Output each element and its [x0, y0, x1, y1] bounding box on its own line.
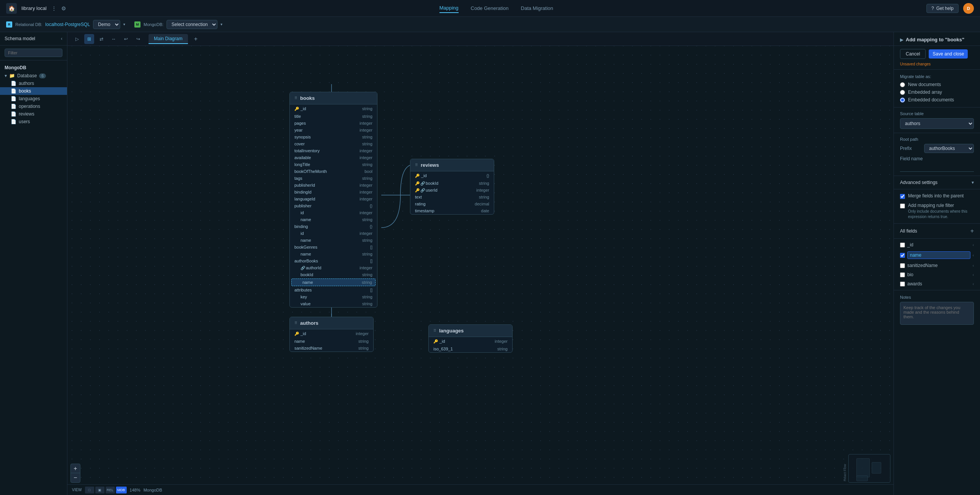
authors-node[interactable]: ⠿ authors 🔑_idinteger namestring sanitiz… — [289, 317, 374, 352]
view-btn-mdb[interactable]: MDB — [116, 487, 127, 493]
field-item-sanitizedname: sanitizedName ‹ — [894, 261, 980, 270]
sidebar: Schema model ‹ MongoDB ▾ 📁 Database 6 📄 … — [0, 32, 67, 495]
books-field-binding-name: namestring — [290, 237, 377, 244]
zoom-controls: + − — [70, 464, 80, 483]
expand-panel-icon[interactable]: ▶ — [900, 37, 903, 42]
cancel-button[interactable]: Cancel — [900, 49, 926, 59]
notes-textarea[interactable] — [900, 302, 974, 325]
books-grip-icon: ⠿ — [294, 96, 297, 100]
toolbar-pointer-btn[interactable]: ▷ — [72, 34, 82, 44]
all-fields-title: All fields — [900, 228, 917, 234]
books-field-name-highlighted: namestring — [291, 278, 376, 286]
sidebar-item-operations[interactable]: 📄 operations — [0, 103, 67, 110]
sidebar-collapse-icon[interactable]: ‹ — [61, 36, 62, 41]
books-field-available: availableinteger — [290, 154, 377, 161]
reviews-title: reviews — [421, 162, 439, 168]
toolbar-undo-btn[interactable]: ↩ — [121, 34, 131, 44]
sidebar-item-database[interactable]: ▾ 📁 Database 6 — [0, 72, 67, 80]
source-table-select[interactable]: authors — [900, 118, 974, 129]
field-name-input[interactable] — [900, 163, 974, 172]
books-field-id: 🔑_idstring — [290, 104, 377, 113]
sidebar-filter-input[interactable] — [5, 49, 62, 57]
tab-data-migration[interactable]: Data Migration — [521, 4, 554, 13]
field-bio-checkbox[interactable] — [900, 272, 905, 277]
more-options-icon[interactable]: ⋮ — [51, 5, 57, 11]
users-folder-icon: 📄 — [11, 119, 16, 124]
view-btn-grid[interactable]: ▣ — [95, 487, 105, 493]
add-diagram-tab[interactable]: + — [191, 36, 201, 42]
field-name-edit-input[interactable] — [907, 251, 970, 259]
home-button[interactable]: 🏠 — [6, 3, 17, 14]
toolbar-redo-btn[interactable]: ↪ — [133, 34, 143, 44]
sidebar-item-books[interactable]: 📄 books — [0, 87, 67, 95]
sidebar-title: Schema model — [5, 36, 35, 41]
canvas-area[interactable]: ▷ ⊞ ⇄ ↔ ↩ ↪ Main Diagram + — [67, 32, 893, 495]
books-field-authorid: 🔗authorIdinteger — [290, 264, 377, 271]
folder-icon: 📁 — [9, 73, 15, 78]
languages-title: languages — [439, 328, 464, 334]
toolbar-distribute-btn[interactable]: ↔ — [109, 34, 119, 44]
rel-db-chevron[interactable]: ▾ — [123, 22, 125, 26]
mongo-label: MongoDB: — [144, 22, 163, 27]
books-folder-icon: 📄 — [11, 88, 16, 94]
sidebar-item-reviews[interactable]: 📄 reviews — [0, 110, 67, 118]
field-id-checkbox[interactable] — [900, 243, 905, 248]
sidebar-item-languages[interactable]: 📄 languages — [0, 95, 67, 103]
field-item-id: _id ‹ — [894, 240, 980, 249]
view-btn-rel[interactable]: REL — [106, 487, 115, 493]
toolbar-grid-btn[interactable]: ⊞ — [84, 34, 94, 44]
tab-mapping[interactable]: Mapping — [439, 3, 459, 13]
settings-icon[interactable]: ⚙ — [61, 5, 66, 11]
field-awards-checkbox[interactable] — [900, 282, 905, 287]
tab-code-generation[interactable]: Code Generation — [471, 4, 509, 13]
save-close-button[interactable]: Save and close — [929, 49, 968, 59]
rel-db-select[interactable]: Demo — [93, 20, 120, 29]
get-help-button[interactable]: ? Get help — [926, 4, 959, 13]
radio-embedded-array[interactable]: Embedded array — [900, 90, 974, 95]
field-item-name: ‹ — [894, 249, 980, 261]
connection-bar: R Relational DB: localhost-PostgreSQL De… — [0, 17, 980, 32]
mongo-select[interactable]: Select connection — [167, 20, 217, 29]
main-diagram-tab[interactable]: Main Diagram — [149, 34, 188, 44]
zoom-in-button[interactable]: + — [71, 464, 80, 473]
canvas-content[interactable]: ⠿ books 🔑_idstring titlestring pagesinte… — [67, 46, 893, 495]
advanced-chevron-icon[interactable]: ▾ — [972, 180, 974, 185]
books-field-publisher: publisher{} — [290, 202, 377, 209]
books-node[interactable]: ⠿ books 🔑_idstring titlestring pagesinte… — [289, 92, 377, 308]
panel-header: ▶ Add mapping to "books" — [894, 32, 980, 46]
source-table-label: Source table — [900, 111, 974, 116]
zoom-out-button[interactable]: − — [71, 473, 80, 482]
advanced-settings-header[interactable]: Advanced settings ▾ — [894, 176, 980, 189]
root-path-section: Root path Prefix authorBooks Field name — [894, 133, 980, 176]
project-name: library local — [21, 5, 47, 11]
authors-node-header[interactable]: ⠿ authors — [290, 317, 373, 329]
books-field-attributes: attributes[] — [290, 287, 377, 293]
view-btn-flat[interactable]: □ — [85, 487, 94, 493]
authors-field-name: namestring — [290, 338, 373, 345]
user-avatar[interactable]: D — [963, 3, 974, 14]
field-name-checkbox[interactable] — [900, 253, 905, 258]
books-field-bookid: bookIdstring — [290, 271, 377, 278]
radio-new-documents[interactable]: New documents — [900, 82, 974, 87]
add-mapping-filter-checkbox[interactable]: Add mapping rule filter Only include doc… — [900, 203, 974, 220]
languages-node[interactable]: ⠿ languages 🔑_idinteger iso_639_1string — [428, 324, 513, 353]
reviews-node[interactable]: ⠿ reviews 🔑_id{} 🔑🔗bookIdstring 🔑🔗userId… — [410, 159, 494, 215]
books-field-year: yearinteger — [290, 127, 377, 134]
radio-embedded-documents[interactable]: Embedded documents — [900, 97, 974, 103]
books-node-header[interactable]: ⠿ books — [290, 92, 377, 104]
toolbar-align-btn[interactable]: ⇄ — [96, 34, 106, 44]
merge-fields-checkbox[interactable]: Merge fields into the parent — [900, 193, 974, 199]
minimap — [848, 454, 890, 483]
add-field-button[interactable]: + — [970, 228, 974, 234]
sidebar-database-label: Database — [17, 73, 37, 78]
sidebar-item-users[interactable]: 📄 users — [0, 118, 67, 125]
mongo-chevron[interactable]: ▾ — [220, 22, 222, 26]
reviews-node-header[interactable]: ⠿ reviews — [410, 159, 494, 171]
sidebar-item-authors[interactable]: 📄 authors — [0, 80, 67, 87]
prefix-select[interactable]: authorBooks — [924, 144, 974, 153]
field-sanitizedname-checkbox[interactable] — [900, 263, 905, 268]
books-field-attr-value: valuestring — [290, 300, 377, 307]
languages-node-header[interactable]: ⠿ languages — [429, 325, 512, 337]
books-field-longtitle: longTitlestring — [290, 161, 377, 168]
field-item-bio: bio ‹ — [894, 270, 980, 279]
